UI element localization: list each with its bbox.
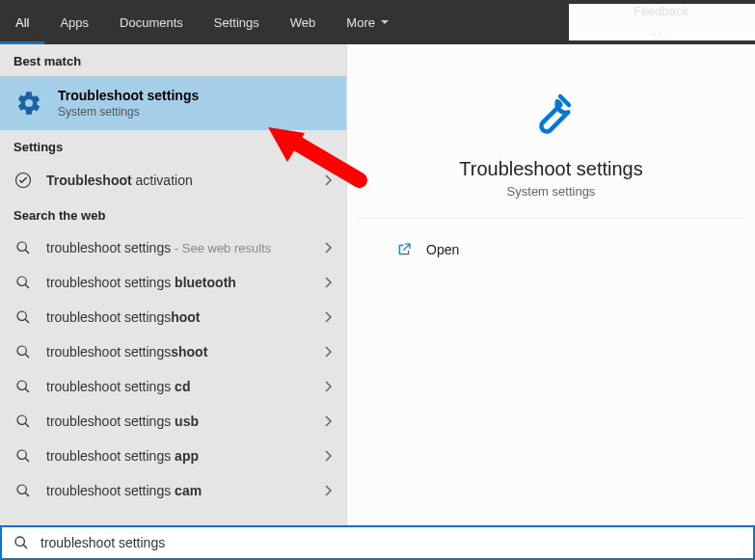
search-icon [13, 379, 33, 394]
svg-line-8 [25, 354, 29, 358]
tab-settings[interactable]: Settings [199, 0, 275, 44]
svg-point-7 [17, 346, 26, 355]
svg-point-1 [17, 242, 26, 251]
svg-line-4 [25, 284, 29, 288]
chevron-right-icon [325, 450, 333, 462]
best-match-header: Best match [0, 44, 346, 76]
svg-line-6 [25, 319, 29, 323]
search-icon [13, 413, 33, 429]
svg-line-18 [23, 545, 27, 548]
wrench-icon [523, 85, 580, 143]
settings-icon [13, 88, 44, 119]
tab-apps[interactable]: Apps [44, 0, 104, 44]
search-icon [13, 483, 33, 498]
svg-line-12 [25, 423, 29, 427]
chevron-right-icon [325, 311, 333, 323]
search-icon [13, 275, 33, 290]
chevron-down-icon [381, 20, 389, 25]
best-match-subtitle: System settings [58, 105, 199, 119]
ellipsis-icon: ··· [653, 26, 669, 40]
svg-point-5 [17, 311, 26, 320]
svg-line-10 [25, 388, 29, 392]
web-result-4[interactable]: troubleshoot settings cd [0, 369, 346, 404]
web-result-0[interactable]: troubleshoot settings - See web results [0, 230, 346, 265]
open-icon [395, 242, 413, 257]
svg-point-13 [17, 450, 26, 459]
search-icon [13, 535, 29, 550]
tab-all[interactable]: All [0, 0, 44, 44]
settings-result-troubleshoot-activation[interactable]: Troubleshoot activation [0, 162, 346, 199]
svg-line-16 [25, 493, 29, 496]
search-icon [13, 240, 33, 255]
chevron-right-icon [325, 277, 333, 288]
chevron-right-icon [325, 346, 333, 358]
open-label: Open [426, 242, 459, 257]
detail-card: Troubleshoot settings System settings [357, 56, 745, 219]
web-result-1[interactable]: troubleshoot settings bluetooth [0, 265, 346, 300]
web-result-2[interactable]: troubleshoot settingshoot [0, 300, 346, 334]
chevron-right-icon [325, 485, 333, 496]
web-result-5[interactable]: troubleshoot settings usb [0, 404, 346, 439]
search-bar[interactable] [0, 525, 755, 560]
chevron-right-icon [325, 415, 333, 427]
web-result-6[interactable]: troubleshoot settings app [0, 439, 346, 473]
svg-line-14 [25, 458, 29, 462]
results-panel: Best match Troubleshoot settings System … [0, 44, 347, 525]
best-match-result[interactable]: Troubleshoot settings System settings [0, 76, 346, 130]
detail-subtitle: System settings [507, 184, 596, 199]
best-match-title: Troubleshoot settings [58, 88, 199, 103]
filter-tabs-bar: All Apps Documents Settings Web More Fee… [0, 0, 755, 44]
search-icon [13, 309, 33, 325]
search-icon [13, 344, 33, 360]
settings-section-header: Settings [0, 130, 346, 162]
tab-web[interactable]: Web [275, 0, 332, 44]
web-result-7[interactable]: troubleshoot settings cam [0, 473, 346, 508]
svg-point-3 [17, 277, 26, 285]
search-icon [13, 448, 33, 464]
tab-more[interactable]: More [331, 0, 404, 44]
chevron-right-icon [325, 242, 333, 253]
svg-point-9 [17, 381, 26, 389]
svg-line-2 [25, 250, 29, 253]
open-action[interactable]: Open [395, 236, 707, 263]
detail-panel: Troubleshoot settings System settings Op… [347, 44, 755, 525]
options-menu-button[interactable]: ··· [641, 26, 681, 40]
svg-point-15 [17, 485, 26, 493]
tabs-container: All Apps Documents Settings Web More [0, 0, 404, 44]
web-result-3[interactable]: troubleshoot settingsshoot [0, 334, 346, 369]
check-circle-icon [13, 172, 33, 189]
web-section-header: Search the web [0, 199, 346, 230]
svg-point-17 [15, 537, 24, 546]
search-input[interactable] [40, 535, 742, 550]
feedback-button[interactable]: Feedback [618, 4, 704, 18]
chevron-right-icon [325, 381, 333, 392]
tab-documents[interactable]: Documents [104, 0, 199, 44]
svg-point-11 [17, 415, 26, 424]
detail-title: Troubleshoot settings [459, 158, 642, 180]
chevron-right-icon [325, 174, 333, 186]
